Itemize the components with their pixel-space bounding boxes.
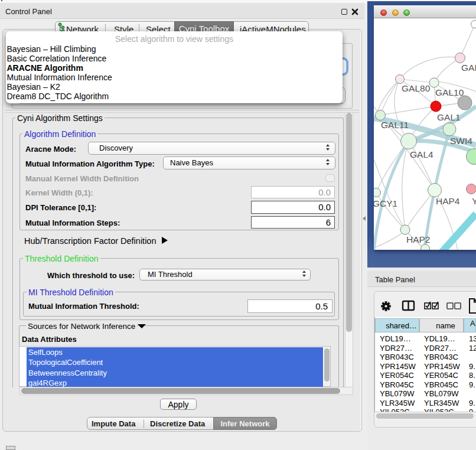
svg-text:SWI4: SWI4 [450,136,472,146]
svg-text:GAL4: GAL4 [410,149,433,159]
svg-text:GAL1: GAL1 [437,112,461,122]
svg-text:GAL11: GAL11 [381,120,409,130]
svg-text:GCY1: GCY1 [374,198,397,208]
svg-text:HAP4: HAP4 [436,196,460,206]
svg-text:HAP2: HAP2 [406,234,431,244]
svg-text:GAL80: GAL80 [402,83,431,93]
svg-text:GAL7: GAL7 [461,63,476,73]
svg-text:Y: Y [472,196,476,206]
svg-text:GAL10: GAL10 [435,87,464,97]
